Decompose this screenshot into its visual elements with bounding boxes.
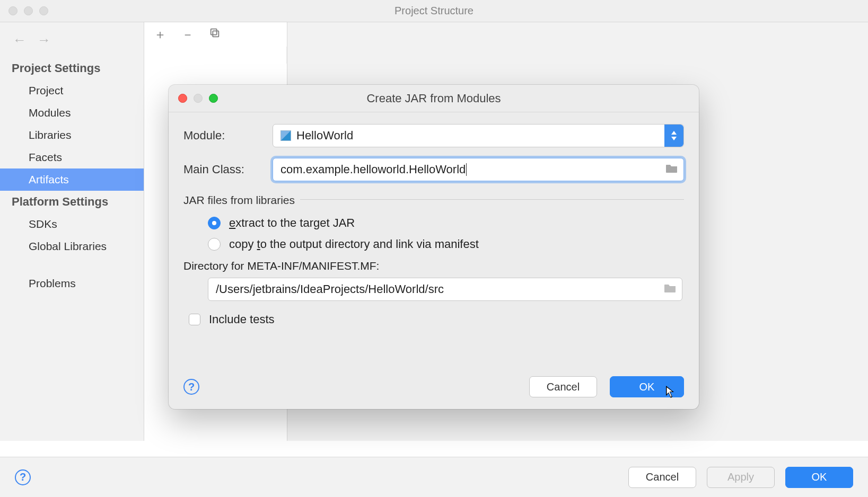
radio-extract[interactable]: extract to the target JAR [208,216,684,230]
dialog-help-icon[interactable]: ? [183,379,199,395]
group-separator [300,199,684,200]
svg-marker-2 [671,131,677,135]
radio-extract-button[interactable] [208,217,221,229]
dialog-cancel-button[interactable]: Cancel [529,376,597,397]
radio-copy-label: copy to the output directory and link vi… [229,237,479,251]
add-icon[interactable]: ＋ [154,26,166,43]
include-tests-row[interactable]: Include tests [189,313,684,326]
nav-back-icon[interactable]: ← [13,33,27,47]
module-icon [280,130,291,141]
traffic-zoom-icon[interactable] [39,6,48,15]
sidebar-item-modules[interactable]: Modules [0,102,144,124]
module-value: HelloWorld [296,129,353,143]
sidebar-item-global-libraries[interactable]: Global Libraries [0,235,144,258]
window-traffic-lights [8,6,48,15]
sidebar-item-project[interactable]: Project [0,79,144,102]
module-combo[interactable]: HelloWorld [273,124,684,147]
dialog-titlebar: Create JAR from Modules [169,85,699,112]
radio-copy[interactable]: copy to the output directory and link vi… [208,237,684,251]
radio-copy-button[interactable] [208,238,221,251]
include-tests-label: Include tests [209,313,275,326]
manifest-dir-label: Directory for META-INF/MANIFEST.MF: [183,260,684,272]
parent-footer: ? Cancel Apply OK [0,457,868,497]
window-title: Project Structure [0,5,868,17]
main-class-input[interactable]: com.example.helloworld.HelloWorld [273,158,684,181]
sidebar-item-artifacts[interactable]: Artifacts [0,168,144,191]
manifest-dir-input[interactable]: /Users/jetbrains/IdeaProjects/HelloWorld… [208,278,682,301]
svg-marker-3 [671,137,677,140]
artifacts-toolbar: ＋ － [144,22,287,47]
sidebar-section-project-settings: Project Settings [0,57,144,79]
parent-window-titlebar: Project Structure [0,0,868,22]
module-label: Module: [183,129,273,143]
nav-arrows: ← → [0,28,144,57]
mouse-cursor-icon [665,385,676,402]
dialog-title: Create JAR from Modules [169,92,699,105]
main-class-label: Main Class: [183,163,273,176]
traffic-close-icon[interactable] [8,6,17,15]
sidebar: ← → Project Settings Project Modules Lib… [0,22,144,441]
svg-rect-1 [211,29,217,35]
parent-cancel-button[interactable]: Cancel [628,467,696,488]
text-cursor [466,163,467,176]
manifest-dir-value: /Users/jetbrains/IdeaProjects/HelloWorld… [216,282,444,296]
dialog-ok-button[interactable]: OK [610,376,684,397]
jar-libraries-group-label: JAR files from libraries [183,194,295,207]
sidebar-section-platform-settings: Platform Settings [0,191,144,213]
sidebar-item-facets[interactable]: Facets [0,146,144,168]
sidebar-item-sdks[interactable]: SDKs [0,213,144,235]
sidebar-item-problems[interactable]: Problems [0,272,144,295]
artifacts-empty-preview [144,47,287,64]
nav-forward-icon[interactable]: → [37,33,51,47]
sidebar-item-libraries[interactable]: Libraries [0,124,144,146]
main-class-value: com.example.helloworld.HelloWorld [280,163,466,176]
traffic-min-icon[interactable] [24,6,33,15]
copy-icon[interactable] [209,27,221,42]
include-tests-checkbox[interactable] [189,314,200,325]
browse-main-class-icon[interactable] [665,163,678,176]
remove-icon[interactable]: － [181,26,194,43]
combo-caret-icon[interactable] [664,125,683,147]
create-jar-dialog: Create JAR from Modules Module: HelloWor… [169,85,699,409]
browse-manifest-dir-icon[interactable] [664,282,677,296]
radio-extract-label: extract to the target JAR [229,216,355,230]
parent-apply-button: Apply [707,467,775,488]
svg-rect-0 [213,31,218,37]
help-icon[interactable]: ? [15,469,31,485]
parent-ok-button[interactable]: OK [785,467,853,488]
